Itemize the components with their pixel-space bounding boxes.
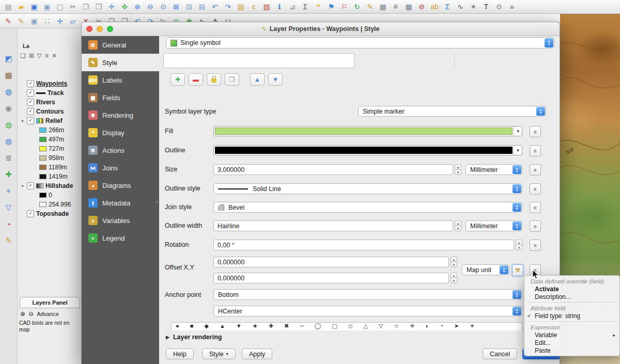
- add-wfs-layer-icon[interactable]: ◍: [3, 136, 15, 147]
- fill-color-button[interactable]: [213, 126, 522, 136]
- add-delimited-text-icon[interactable]: ≣: [3, 152, 15, 164]
- remove-symbol-layer-button[interactable]: ▬: [189, 73, 203, 86]
- layer-item-toposhade[interactable]: ✓ Toposhade: [19, 209, 81, 218]
- offset-x-spinbox[interactable]: 0,000000: [213, 257, 457, 267]
- apply-button[interactable]: Apply: [242, 349, 272, 359]
- offset-unit-settings-button[interactable]: ⚒: [512, 264, 523, 276]
- select-features-icon[interactable]: ▧: [235, 1, 246, 12]
- layer-item-relief[interactable]: ▼ ✓ Relief: [19, 116, 81, 125]
- rotation-spinbox[interactable]: 0,00 °: [213, 240, 522, 250]
- copy-icon[interactable]: ❐: [80, 1, 91, 12]
- visibility-checkbox[interactable]: ✓: [27, 89, 34, 97]
- layer-item-hillshade[interactable]: ▼ ✓ Hillshade: [19, 181, 81, 191]
- disclosure-triangle-icon[interactable]: ▶: [166, 335, 169, 340]
- layer-item-contours[interactable]: ✓ Contours: [19, 107, 81, 116]
- annotation-icon[interactable]: ✎: [364, 1, 376, 12]
- sidebar-item-actions[interactable]: ⚙ Actions: [82, 141, 159, 159]
- remove-layer-group-icon[interactable]: ✕: [52, 52, 57, 59]
- layer-labeling-icon[interactable]: ab: [429, 1, 440, 12]
- visibility-checkbox[interactable]: ✓: [27, 80, 34, 87]
- symbology-class-item[interactable]: 254.996: [19, 200, 81, 209]
- outline-width-input[interactable]: Hairline: [213, 220, 453, 231]
- circle-minus-icon[interactable]: ⊖: [28, 310, 34, 318]
- outline-override-button[interactable]: ≡: [530, 145, 541, 156]
- zoom-window-button[interactable]: [107, 26, 113, 32]
- sidebar-item-diagrams[interactable]: ◕ Diagrams: [82, 177, 159, 194]
- spinner-buttons[interactable]: [455, 164, 461, 175]
- outline-width-override-button[interactable]: ≡: [530, 220, 541, 232]
- symbology-class-item[interactable]: 0: [19, 191, 81, 200]
- attributes-table-icon[interactable]: ▦: [377, 1, 389, 12]
- outline-style-override-button[interactable]: ≡: [530, 183, 541, 195]
- close-window-button[interactable]: [86, 26, 92, 32]
- node-tool-icon[interactable]: ▱: [67, 15, 79, 27]
- layer-item-waypoints[interactable]: ✓ Waypoints: [19, 79, 81, 88]
- outline-style-dropdown[interactable]: Solid Line: [213, 183, 522, 194]
- menu-item-variable[interactable]: Variable ▸: [524, 331, 619, 339]
- style-menu-button[interactable]: Style ▾: [202, 349, 236, 359]
- map-tips-icon[interactable]: ❝: [313, 1, 324, 12]
- statistical-summary-icon[interactable]: Σ: [300, 1, 311, 12]
- oracle-layer-icon[interactable]: ◔: [3, 218, 15, 230]
- measure-icon[interactable]: ⊿: [287, 1, 298, 12]
- plugin-manager-icon[interactable]: ⚙: [493, 1, 505, 12]
- dialog-titlebar[interactable]: ✎ Layer Properties - Waypoints | Style: [82, 22, 560, 36]
- identify-features-icon[interactable]: ℹ: [274, 1, 285, 12]
- zoom-to-layer-icon[interactable]: ⊟: [196, 1, 208, 12]
- refresh-icon[interactable]: ↻: [351, 1, 363, 12]
- sidebar-item-metadata[interactable]: ℹ Metadata: [82, 194, 159, 212]
- rotation-input[interactable]: 0,00 °: [213, 240, 514, 250]
- menu-item-field-type[interactable]: ✓ Field type: string: [524, 312, 619, 320]
- add-vector-layer-icon[interactable]: ◩: [3, 53, 15, 65]
- join-style-dropdown[interactable]: Bevel: [213, 202, 522, 213]
- sidebar-item-style[interactable]: ✎ Style: [82, 54, 159, 71]
- spinner-buttons[interactable]: [451, 273, 457, 283]
- symbology-class-item[interactable]: 1419m: [19, 172, 81, 181]
- expander-icon[interactable]: ▼: [21, 119, 25, 123]
- symbology-class-item[interactable]: 1189m: [19, 163, 81, 172]
- raster-calculator-icon[interactable]: ▩: [403, 1, 414, 12]
- move-down-button[interactable]: ▼: [268, 73, 283, 86]
- layer-item-rivers[interactable]: ✓ Rivers: [19, 98, 81, 107]
- pan-map-icon[interactable]: ✛: [106, 1, 117, 12]
- size-override-button[interactable]: ≡: [530, 164, 541, 176]
- add-group-icon[interactable]: ⊞: [29, 52, 34, 59]
- symbol-layer-type-dropdown[interactable]: Simple marker: [358, 106, 546, 117]
- zoom-native-icon[interactable]: ⊙: [158, 1, 169, 12]
- layer-rendering-section[interactable]: ▶ Layer rendering: [166, 334, 222, 341]
- statistics-panel-icon[interactable]: Σ: [442, 1, 453, 12]
- symbology-class-item[interactable]: 727m: [19, 144, 81, 153]
- save-edits-icon[interactable]: ▣: [28, 15, 40, 27]
- join-style-override-button[interactable]: ≡: [530, 202, 541, 213]
- zoom-to-selection-icon[interactable]: ⊡: [183, 1, 195, 12]
- sidebar-item-display[interactable]: ❝ Display: [82, 124, 159, 141]
- help-button[interactable]: Help: [166, 349, 194, 359]
- decorations-icon[interactable]: ✶: [468, 1, 479, 12]
- menu-item-description[interactable]: Description...: [524, 293, 619, 300]
- visibility-checkbox[interactable]: ✓: [27, 117, 34, 124]
- fill-override-button[interactable]: ≡: [530, 126, 541, 137]
- minimize-window-button[interactable]: [97, 26, 103, 32]
- layer-item-track[interactable]: ✓ Track: [19, 88, 81, 98]
- sidebar-item-joins[interactable]: ⋈ Joins: [82, 159, 159, 177]
- sidebar-item-legend[interactable]: ≡ Legend: [82, 229, 159, 247]
- move-up-button[interactable]: ▲: [250, 73, 265, 86]
- zoom-out-icon[interactable]: ⊖: [145, 1, 156, 12]
- virtual-layer-icon[interactable]: ▽: [3, 202, 15, 213]
- toolbar-overflow-icon[interactable]: »: [506, 1, 518, 12]
- menu-item-activate[interactable]: Activate: [524, 285, 619, 293]
- anchor-vertical-dropdown[interactable]: Bottom: [213, 289, 522, 300]
- symbology-class-item[interactable]: 958m: [19, 153, 81, 163]
- spinner-buttons[interactable]: [451, 257, 457, 267]
- current-edits-icon[interactable]: ✎: [3, 15, 14, 27]
- symbol-presets-strip[interactable]: ● ■ ◆ ▲ ▼ ★ ✚ ✖ ─ ◯ ▢ ◇ △ ▽ ☆ ✛ ◐ ◔ ➤ ✶: [171, 322, 522, 330]
- sidebar-item-general[interactable]: ⚙ General: [82, 36, 159, 54]
- pan-to-selection-icon[interactable]: ✜: [119, 1, 130, 12]
- deselect-icon[interactable]: ▨: [261, 1, 272, 12]
- offset-y-spinbox[interactable]: 0,000000: [213, 273, 457, 283]
- size-spinbox[interactable]: 3,000000: [213, 164, 461, 175]
- visibility-checkbox[interactable]: ✓: [27, 182, 34, 189]
- visibility-checkbox[interactable]: ✓: [27, 99, 34, 106]
- new-project-icon[interactable]: ▢: [54, 1, 66, 12]
- pane-resize-handle[interactable]: ≡: [156, 199, 158, 204]
